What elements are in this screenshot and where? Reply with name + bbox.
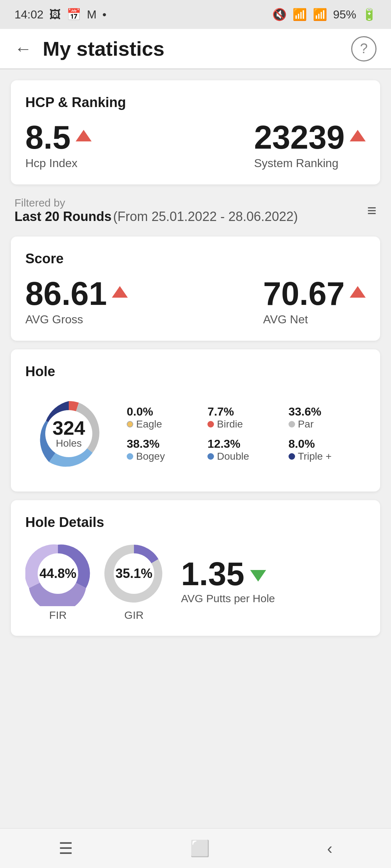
nav-bar: ☰ ⬜ ‹: [0, 828, 391, 868]
filter-section: Filtered by Last 20 Rounds (From 25.01.2…: [11, 193, 380, 228]
double-dot: [207, 453, 214, 460]
triple-value: 8.0%: [289, 437, 366, 451]
ranking-trend-up-icon: [350, 130, 366, 141]
hcp-value-row: 8.5: [25, 121, 92, 154]
avg-net-value: 70.67: [263, 277, 345, 310]
hole-card-body: 324 Holes 0.0% Eagle 7.7% Bird: [25, 390, 366, 477]
triple-dot: [289, 453, 295, 460]
avg-gross-label: AVG Gross: [25, 313, 128, 326]
double-dot-label: Double: [207, 451, 285, 462]
holes-count: 324: [52, 418, 85, 438]
ranking-label: System Ranking: [254, 157, 366, 170]
avg-putts-label: AVG Putts per Hole: [181, 592, 275, 605]
help-button[interactable]: ?: [351, 36, 377, 61]
triple-legend: 8.0% Triple +: [289, 437, 366, 462]
avg-gross-value-row: 86.61: [25, 277, 128, 310]
score-card-title: Score: [25, 251, 366, 267]
hcp-index-value: 8.5: [25, 121, 71, 154]
hole-donut-chart: 324 Holes: [25, 390, 112, 477]
hole-details-title: Hole Details: [25, 515, 366, 530]
donut-center-text: 324 Holes: [52, 418, 85, 449]
dot-icon: •: [102, 8, 106, 21]
nav-back-button[interactable]: ‹: [327, 839, 332, 858]
time: 14:02: [14, 8, 43, 21]
wifi-icon: 📶: [293, 8, 307, 21]
gir-label: GIR: [101, 609, 167, 621]
hole-details-card: Hole Details: [11, 500, 380, 636]
ranking-value: 23239: [254, 121, 345, 154]
eagle-value: 0.0%: [127, 405, 204, 418]
hole-details-body: 44.8% FIR 35.1% GIR: [25, 541, 366, 621]
app-header: ← My statistics ?: [0, 29, 391, 69]
battery-text: 95%: [333, 8, 356, 21]
avg-net-trend-icon: [350, 286, 366, 298]
fir-section: 44.8% FIR: [25, 541, 91, 621]
eagle-legend: 0.0% Eagle: [127, 405, 204, 430]
page-title: My statistics: [43, 37, 351, 60]
birdie-value: 7.7%: [207, 405, 285, 418]
filter-icon[interactable]: ≡: [367, 201, 377, 220]
hcp-stat-row: 8.5 Hcp Index 23239 System Ranking: [25, 121, 366, 170]
hcp-index-stat: 8.5 Hcp Index: [25, 121, 92, 170]
eagle-dot-label: Eagle: [127, 418, 204, 430]
double-value: 12.3%: [207, 437, 285, 451]
triple-label: Triple +: [298, 451, 332, 462]
filter-text: Filtered by Last 20 Rounds (From 25.01.2…: [14, 197, 298, 224]
calendar-icon: 📅: [67, 8, 81, 21]
holes-label: Holes: [52, 438, 85, 449]
back-button[interactable]: ←: [14, 39, 32, 59]
avg-gross-trend-icon: [112, 286, 128, 298]
birdie-dot-label: Birdie: [207, 418, 285, 430]
par-value: 33.6%: [289, 405, 366, 418]
hole-card: Hole: [11, 349, 380, 492]
hcp-card-title: HCP & Ranking: [25, 95, 366, 110]
avg-net-value-row: 70.67: [263, 277, 366, 310]
avg-gross-value: 86.61: [25, 277, 107, 310]
photo-icon: 🖼: [49, 8, 61, 21]
birdie-dot: [207, 421, 214, 427]
gir-donut: 35.1%: [101, 541, 167, 606]
main-content: HCP & Ranking 8.5 Hcp Index 23239 System…: [0, 69, 391, 658]
double-legend: 12.3% Double: [207, 437, 285, 462]
triple-dot-label: Triple +: [289, 451, 366, 462]
avg-net-label: AVG Net: [263, 313, 366, 326]
mute-icon: 🔇: [272, 8, 287, 21]
avg-gross-stat: 86.61 AVG Gross: [25, 277, 128, 326]
eagle-label: Eagle: [136, 418, 162, 430]
mail-icon: M: [87, 8, 97, 21]
par-dot-label: Par: [289, 418, 366, 430]
birdie-legend: 7.7% Birdie: [207, 405, 285, 430]
par-legend: 33.6% Par: [289, 405, 366, 430]
fir-donut: 44.8%: [25, 541, 91, 606]
hole-legend: 0.0% Eagle 7.7% Birdie 33.6%: [127, 405, 366, 462]
par-dot: [289, 421, 295, 427]
status-bar: 14:02 🖼 📅 M • 🔇 📶 📶 95% 🔋: [0, 0, 391, 29]
hcp-ranking-card: HCP & Ranking 8.5 Hcp Index 23239 System…: [11, 80, 380, 184]
filtered-by-label: Filtered by: [14, 197, 298, 209]
signal-icon: 📶: [313, 8, 327, 21]
nav-home-button[interactable]: ⬜: [190, 839, 210, 858]
putts-stat: 1.35 AVG Putts per Hole: [181, 558, 275, 605]
putts-trend-down-icon: [250, 570, 266, 582]
status-left: 14:02 🖼 📅 M •: [14, 8, 106, 21]
gir-center-value: 35.1%: [115, 566, 152, 581]
hcp-index-label: Hcp Index: [25, 157, 92, 170]
score-card: Score 86.61 AVG Gross 70.67 AVG Net: [11, 237, 380, 341]
bogey-value: 38.3%: [127, 437, 204, 451]
ranking-stat: 23239 System Ranking: [254, 121, 366, 170]
bogey-label: Bogey: [136, 451, 165, 462]
nav-menu-button[interactable]: ☰: [59, 839, 73, 858]
filter-value: Last 20 Rounds: [14, 209, 112, 224]
birdie-label: Birdie: [217, 418, 243, 430]
eagle-dot: [127, 421, 133, 427]
bogey-dot-label: Bogey: [127, 451, 204, 462]
ranking-value-row: 23239: [254, 121, 366, 154]
bogey-legend: 38.3% Bogey: [127, 437, 204, 462]
status-right: 🔇 📶 📶 95% 🔋: [272, 8, 377, 21]
battery-icon: 🔋: [362, 8, 377, 21]
avg-net-stat: 70.67 AVG Net: [263, 277, 366, 326]
fir-center-value: 44.8%: [39, 566, 76, 581]
score-stat-row: 86.61 AVG Gross 70.67 AVG Net: [25, 277, 366, 326]
avg-putts-value: 1.35: [181, 558, 244, 590]
putts-value-row: 1.35: [181, 558, 275, 590]
